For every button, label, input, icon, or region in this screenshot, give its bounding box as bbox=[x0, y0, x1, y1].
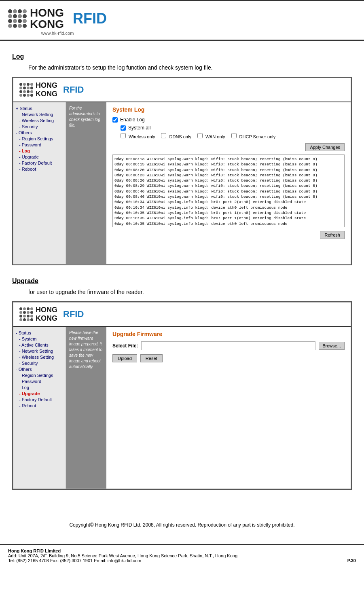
apply-btn-row: Apply Changes bbox=[112, 143, 345, 151]
logo: HONG KONG RFID www.hk-rfid.com bbox=[8, 7, 107, 36]
upgrade-note-panel: Please have the new firmware image prepa… bbox=[66, 327, 106, 489]
upgrade-sidebar-upgrade[interactable]: - Upgrade bbox=[16, 391, 63, 396]
upgrade-sidebar-network[interactable]: - Network Setting bbox=[16, 349, 63, 353]
log-output[interactable]: 0day 00:08:13 WIZ610wi syslog.warn klogd… bbox=[112, 154, 345, 227]
file-input-field[interactable] bbox=[141, 341, 315, 350]
select-file-label: Select File: bbox=[112, 343, 138, 349]
refresh-button[interactable]: Refresh bbox=[320, 231, 345, 239]
sidebar-item-password[interactable]: - Password bbox=[16, 142, 63, 147]
log-content-area: System Log Enable Log System all Wireles… bbox=[106, 102, 351, 264]
dhcp-only-option[interactable]: DHCP Server only bbox=[231, 133, 276, 139]
upgrade-screenshot-frame: HONG KONG RFID - Status - System bbox=[12, 301, 352, 490]
refresh-btn-row: Refresh bbox=[112, 231, 345, 239]
upload-button[interactable]: Upload bbox=[112, 354, 137, 362]
upgrade-inner-logo-kong: KONG bbox=[36, 314, 57, 323]
log-note-panel: For the administrator's to check system … bbox=[66, 102, 106, 264]
sidebar-item-log[interactable]: - Log bbox=[16, 148, 63, 153]
sidebar-item-status[interactable]: + Status bbox=[16, 106, 63, 111]
upgrade-content-area: Upgrade Firmware Select File: Browse... … bbox=[106, 327, 351, 489]
footer-address: Add: Unit 207A, 2/F, Building 9, No.5 Sc… bbox=[8, 553, 237, 558]
wan-only-option[interactable]: WAN only bbox=[197, 133, 225, 139]
copyright-text: Copyright© Hong Kong RFID Ltd. 2008, All… bbox=[12, 522, 352, 528]
log-screenshot-frame: HONG KONG RFID + Status - Network Settin… bbox=[12, 77, 352, 265]
upgrade-browser: HONG KONG RFID - Status - System bbox=[13, 302, 351, 489]
inner-logo-hk: HONG bbox=[36, 81, 57, 90]
enable-log-checkbox[interactable] bbox=[112, 117, 118, 123]
upgrade-sidebar-system[interactable]: - System bbox=[16, 336, 63, 341]
inner-logo-kong: KONG bbox=[36, 90, 57, 98]
footer-company: Hong Kong RFID Limited bbox=[8, 548, 237, 553]
upgrade-sidebar-password[interactable]: - Password bbox=[16, 379, 63, 384]
sidebar-item-upgrade[interactable]: - Upgrade bbox=[16, 154, 63, 159]
upgrade-sidebar: - Status - System - Active Clients - Net… bbox=[13, 327, 66, 489]
upgrade-action-btns: Upload Reset bbox=[112, 354, 345, 362]
sidebar-item-wireless[interactable]: - Wireless Setting bbox=[16, 118, 63, 123]
upgrade-sidebar-wireless[interactable]: - Wireless Setting bbox=[16, 355, 63, 360]
sidebar-item-region[interactable]: - Region Settings bbox=[16, 136, 63, 141]
sidebar-item-reboot[interactable]: - Reboot bbox=[16, 167, 63, 171]
wireless-only-option[interactable]: Wireless only bbox=[121, 133, 155, 139]
upgrade-inner-page: - Status - System - Active Clients - Net… bbox=[13, 327, 351, 489]
inner-logo-bar: HONG KONG RFID bbox=[13, 78, 351, 102]
log-options-row: Wireless only DDNS only WAN only DHCP Se… bbox=[121, 133, 345, 139]
upgrade-section-desc: for user to upgrade the firmware of the … bbox=[28, 289, 352, 295]
reset-button[interactable]: Reset bbox=[140, 354, 163, 362]
upgrade-note-text: Please have the new firmware image prepa… bbox=[69, 330, 103, 370]
upgrade-inner-logo-hk: HONG bbox=[36, 306, 57, 314]
upgrade-sidebar-security[interactable]: - Security bbox=[16, 361, 63, 366]
sidebar-item-others[interactable]: - Others bbox=[16, 130, 63, 135]
footer-info: Hong Kong RFID Limited Add: Unit 207A, 2… bbox=[8, 548, 237, 563]
sidebar-item-factory[interactable]: - Factory Default bbox=[16, 161, 63, 165]
file-select-row: Select File: Browse... bbox=[112, 341, 345, 350]
footer: Hong Kong RFID Limited Add: Unit 207A, 2… bbox=[0, 544, 364, 566]
logo-subtitle: www.hk-rfid.com bbox=[41, 31, 74, 36]
upgrade-sidebar-region[interactable]: - Region Settings bbox=[16, 373, 63, 378]
logo-kong: KONG bbox=[30, 19, 64, 30]
log-note-text: For the administrator's to check system … bbox=[69, 106, 103, 128]
apply-changes-button[interactable]: Apply Changes bbox=[305, 143, 345, 151]
log-panel-title: System Log bbox=[112, 106, 345, 113]
upgrade-panel-title: Upgrade Firmware bbox=[112, 331, 345, 337]
upgrade-sidebar-log[interactable]: - Log bbox=[16, 385, 63, 390]
footer-tel-fax: Tel: (852) 2165 4708 Fax: (852) 3007 190… bbox=[8, 558, 237, 563]
log-sidebar: + Status - Network Setting - Wireless Se… bbox=[13, 102, 66, 264]
log-section-desc: For the administrator's to setup the log… bbox=[28, 64, 352, 71]
ddns-only-option[interactable]: DDNS only bbox=[161, 133, 191, 139]
footer-page: P.30 bbox=[347, 558, 356, 563]
system-all-checkbox[interactable] bbox=[121, 125, 126, 131]
log-browser: HONG KONG RFID + Status - Network Settin… bbox=[13, 78, 351, 265]
sidebar-item-network[interactable]: - Network Setting bbox=[16, 112, 63, 117]
upgrade-section-title: Upgrade bbox=[12, 277, 352, 285]
sidebar-item-security[interactable]: - Security bbox=[16, 124, 63, 129]
inner-logo-rfid: RFID bbox=[63, 85, 84, 95]
enable-log-label: Enable Log bbox=[120, 117, 145, 123]
enable-log-row: Enable Log bbox=[112, 117, 345, 123]
system-all-label: System all bbox=[128, 125, 150, 131]
log-section-title: Log bbox=[12, 53, 352, 60]
upgrade-logo-bar: HONG KONG RFID bbox=[13, 303, 351, 327]
upgrade-sidebar-status[interactable]: - Status bbox=[16, 330, 63, 335]
logo-rfid: RFID bbox=[73, 11, 107, 26]
upgrade-sidebar-reboot[interactable]: - Reboot bbox=[16, 403, 63, 408]
page-header: HONG KONG RFID www.hk-rfid.com bbox=[0, 3, 364, 41]
upgrade-inner-logo-rfid: RFID bbox=[63, 309, 84, 320]
logo-hk: HONG bbox=[30, 7, 64, 19]
system-all-row: System all bbox=[121, 125, 345, 131]
browse-button[interactable]: Browse... bbox=[319, 342, 345, 350]
upgrade-sidebar-factory[interactable]: - Factory Default bbox=[16, 397, 63, 402]
upgrade-sidebar-active[interactable]: - Active Clients bbox=[16, 343, 63, 347]
upgrade-sidebar-others[interactable]: - Others bbox=[16, 367, 63, 372]
log-inner-page: + Status - Network Setting - Wireless Se… bbox=[13, 102, 351, 264]
